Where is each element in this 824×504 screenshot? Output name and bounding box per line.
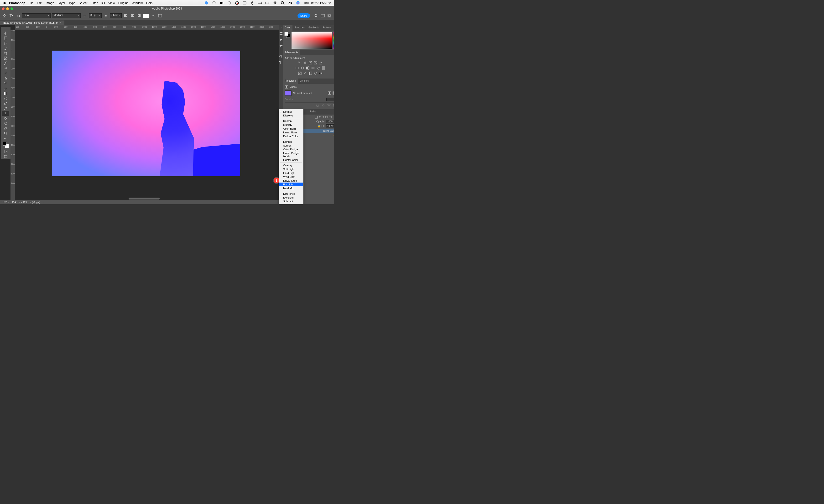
home-icon[interactable] [2,13,7,18]
vibrance-adj-icon[interactable] [319,61,323,65]
clone-stamp-tool-icon[interactable] [2,76,9,81]
filter-shape-icon[interactable] [325,116,328,119]
blend-mode-option[interactable]: Subtract [279,200,303,203]
collapse-chevron-icon[interactable]: ‹‹ [280,27,282,29]
wifi-icon[interactable] [273,1,277,5]
status-flyout-icon[interactable]: › [43,201,44,204]
eyedropper-tool-icon[interactable] [2,61,9,66]
frame-tool-icon[interactable] [2,56,9,61]
menu-view[interactable]: View [108,1,115,5]
font-style-dropdown[interactable]: Medium [52,13,81,18]
menu-edit[interactable]: Edit [37,1,42,5]
panel-menu-icon[interactable]: ≡ [333,79,334,84]
blend-mode-option[interactable]: Hard Light [279,171,303,175]
blend-mode-option[interactable]: Color Burn [279,127,303,130]
search-ps-icon[interactable] [313,13,319,18]
filter-smart-icon[interactable] [329,116,332,119]
panel-menu-icon[interactable]: ≡ [333,25,334,30]
blend-mode-option[interactable]: Exclusion [279,196,303,200]
brushes-panel-icon[interactable] [279,31,283,35]
paragraph-panel-icon[interactable]: ¶ [279,60,283,64]
panel-menu-icon[interactable]: ≡ [333,109,334,114]
edit-toolbar-icon[interactable]: ⋯ [2,136,9,141]
blend-mode-option[interactable]: Soft Light [279,167,303,171]
video-icon[interactable] [219,1,224,5]
levels-adj-icon[interactable] [303,61,307,65]
doc-dimensions[interactable]: 1946 px x 1298 px (72 ppi) [12,201,40,204]
add-vector-mask-icon[interactable] [332,91,334,95]
text-color-swatch[interactable] [143,14,149,18]
close-window-icon[interactable] [2,7,5,10]
search-icon[interactable] [281,1,285,5]
moon-icon[interactable] [227,1,231,5]
menu-plugins[interactable]: Plugins [118,1,129,5]
blend-mode-dropdown[interactable]: Normal Dissolve Darken Multiply Color Bu… [279,109,303,204]
filter-type-icon[interactable]: T [322,116,324,119]
color-balance-adj-icon[interactable] [301,66,304,70]
panel-menu-icon[interactable]: ≡ [333,50,334,56]
traffic-lights[interactable] [2,7,13,10]
horizontal-ruler[interactable]: 100 200 100 0 100 200 300 400 500 600 70… [15,25,279,29]
type-tool-preset-icon[interactable]: T▾ [9,13,14,18]
channel-mixer-adj-icon[interactable] [316,66,320,70]
filter-adjustment-icon[interactable] [319,116,322,119]
exposure-adj-icon[interactable] [314,61,318,65]
menu-file[interactable]: File [29,1,34,5]
threshold-adj-icon[interactable] [308,71,312,75]
delete-mask-icon[interactable] [333,104,334,107]
warp-text-icon[interactable]: T [151,13,156,18]
menu-image[interactable]: Image [45,1,54,5]
lock-transparent-icon[interactable]: 🔒 [318,125,320,127]
brush-tool-icon[interactable] [2,71,9,76]
control-center-icon[interactable] [288,1,293,5]
align-left-icon[interactable] [123,13,128,18]
menu-3d[interactable]: 3D [101,1,105,5]
history-brush-tool-icon[interactable] [2,81,9,86]
blend-mode-option[interactable]: Overlay [279,164,303,167]
blend-mode-option[interactable]: Linear Light [279,179,303,183]
vertical-ruler[interactable]: 200 100 0 100 200 300 400 500 600 700 80… [10,29,15,200]
tab-color[interactable]: Color [283,25,293,30]
blend-mode-option[interactable]: Darken [279,119,303,123]
apply-mask-icon[interactable] [322,104,325,107]
panel-grip-icon[interactable]: × » [1,28,10,30]
horizontal-scrollbar[interactable] [129,198,160,200]
move-tool-icon[interactable] [2,30,9,35]
gradient-map-adj-icon[interactable] [319,71,323,75]
cloud-sync-icon[interactable] [212,1,216,5]
disable-mask-icon[interactable] [327,104,331,107]
hue-sat-adj-icon[interactable] [295,66,299,70]
keyboard-icon[interactable] [258,1,262,5]
menu-layer[interactable]: Layer [58,1,65,5]
align-right-icon[interactable] [136,13,142,18]
zoom-window-icon[interactable] [10,7,13,10]
foreground-background-swatch[interactable] [3,142,9,148]
path-select-tool-icon[interactable] [2,116,9,121]
density-field[interactable] [326,98,334,101]
app-name[interactable]: Photoshop [9,1,25,5]
frame-icon[interactable] [327,13,332,18]
clock[interactable]: Thu Oct 27 1:55 PM [303,1,331,5]
workspace-icon[interactable] [320,13,325,18]
pen-tool-icon[interactable] [2,106,9,111]
menu-window[interactable]: Window [132,1,143,5]
gradient-tool-icon[interactable] [2,91,9,96]
quick-select-tool-icon[interactable] [2,45,9,51]
siri-icon[interactable] [296,1,300,5]
tab-paths[interactable]: Paths [308,109,318,114]
mask-from-selection-icon[interactable] [316,104,319,107]
blur-tool-icon[interactable] [2,96,9,101]
tab-swatches[interactable]: Swatches [293,25,307,30]
share-button[interactable]: Share [298,13,310,18]
menu-filter[interactable]: Filter [91,1,98,5]
character-panel-icon[interactable]: A| [279,54,283,58]
blend-mode-option[interactable]: Linear Dodge (Add) [279,151,303,158]
apple-menu-icon[interactable] [3,1,6,5]
lock-icon[interactable]: 🔒 [333,134,334,136]
photo-filter-adj-icon[interactable] [311,66,315,70]
tab-libraries[interactable]: Libraries [298,79,311,84]
type-tool-icon[interactable]: T [2,111,9,116]
crop-tool-icon[interactable] [2,51,9,56]
align-center-icon[interactable] [130,13,135,18]
play-panel-icon[interactable] [279,38,283,41]
